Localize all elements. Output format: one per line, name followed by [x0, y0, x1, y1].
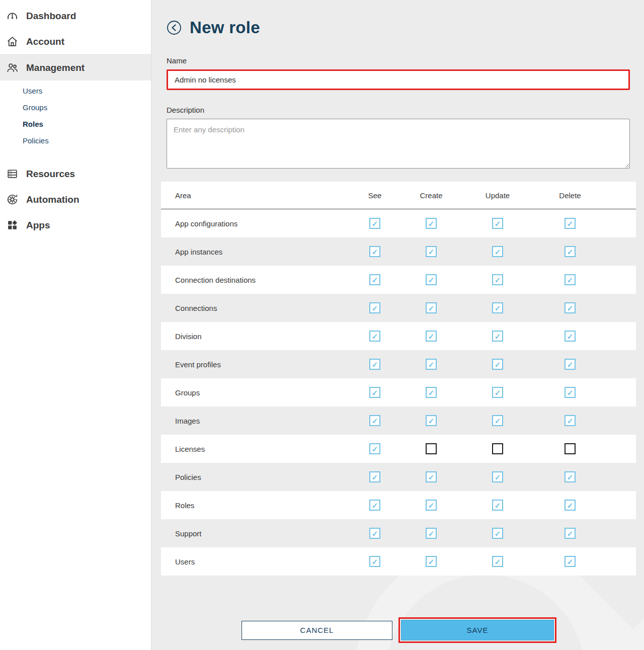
column-header-delete: Delete — [535, 191, 605, 200]
create-checkbox[interactable] — [426, 274, 437, 285]
create-checkbox[interactable] — [426, 246, 437, 257]
create-checkbox[interactable] — [426, 415, 437, 426]
sidebar-item-management[interactable]: Management — [0, 54, 151, 80]
sidebar: DashboardAccountManagementUsersGroupsRol… — [0, 0, 151, 650]
delete-checkbox[interactable] — [565, 387, 576, 398]
update-checkbox[interactable] — [492, 528, 503, 539]
table-row-support: Support — [161, 519, 636, 547]
create-checkbox[interactable] — [426, 387, 437, 398]
see-checkbox[interactable] — [369, 302, 380, 313]
see-checkbox[interactable] — [369, 415, 380, 426]
update-checkbox[interactable] — [492, 415, 503, 426]
see-checkbox[interactable] — [369, 556, 380, 567]
create-checkbox[interactable] — [426, 218, 437, 229]
column-header-area: Area — [175, 191, 347, 200]
create-cell — [403, 387, 460, 398]
update-checkbox[interactable] — [492, 471, 503, 482]
see-cell — [347, 359, 403, 370]
delete-checkbox[interactable] — [565, 359, 576, 370]
see-checkbox[interactable] — [369, 359, 380, 370]
see-cell — [347, 443, 403, 454]
delete-checkbox[interactable] — [565, 331, 576, 342]
see-checkbox[interactable] — [369, 387, 380, 398]
see-cell — [347, 331, 403, 342]
see-checkbox[interactable] — [369, 274, 380, 285]
update-checkbox[interactable] — [492, 359, 503, 370]
update-cell — [460, 274, 535, 285]
update-checkbox[interactable] — [492, 218, 503, 229]
update-cell — [460, 302, 535, 313]
create-checkbox[interactable] — [426, 443, 437, 454]
sidebar-item-label: Apps — [26, 220, 50, 231]
update-cell — [460, 471, 535, 482]
update-cell — [460, 387, 535, 398]
delete-cell — [535, 274, 605, 285]
create-cell — [403, 500, 460, 511]
see-checkbox[interactable] — [369, 500, 380, 511]
back-button[interactable] — [167, 20, 182, 35]
update-checkbox[interactable] — [492, 274, 503, 285]
see-checkbox[interactable] — [369, 471, 380, 482]
home-icon — [6, 35, 19, 48]
delete-checkbox[interactable] — [565, 471, 576, 482]
update-checkbox[interactable] — [492, 302, 503, 313]
delete-cell — [535, 500, 605, 511]
delete-checkbox[interactable] — [565, 218, 576, 229]
create-checkbox[interactable] — [426, 471, 437, 482]
delete-checkbox[interactable] — [565, 274, 576, 285]
table-header-row: Area See Create Update Delete — [161, 182, 636, 209]
subnav-item-users[interactable]: Users — [0, 83, 151, 99]
sidebar-item-dashboard[interactable]: Dashboard — [0, 3, 151, 29]
subnav-item-policies[interactable]: Policies — [0, 132, 151, 149]
update-checkbox[interactable] — [492, 443, 503, 454]
delete-checkbox[interactable] — [565, 302, 576, 313]
delete-checkbox[interactable] — [565, 246, 576, 257]
create-checkbox[interactable] — [426, 556, 437, 567]
see-checkbox[interactable] — [369, 331, 380, 342]
see-cell — [347, 471, 403, 482]
sidebar-item-label: Management — [26, 62, 85, 73]
create-checkbox[interactable] — [426, 528, 437, 539]
see-checkbox[interactable] — [369, 443, 380, 454]
table-row-connection-destinations: Connection destinations — [161, 266, 636, 294]
create-checkbox[interactable] — [426, 302, 437, 313]
main-content: New role Name Description Area See Creat… — [151, 0, 644, 650]
sidebar-item-account[interactable]: Account — [0, 29, 151, 54]
delete-cell — [535, 415, 605, 426]
subnav-item-roles[interactable]: Roles — [0, 116, 151, 132]
column-header-update: Update — [460, 191, 535, 200]
delete-checkbox[interactable] — [565, 443, 576, 454]
update-checkbox[interactable] — [492, 331, 503, 342]
create-checkbox[interactable] — [426, 359, 437, 370]
delete-cell — [535, 331, 605, 342]
see-checkbox[interactable] — [369, 528, 380, 539]
update-checkbox[interactable] — [492, 500, 503, 511]
update-checkbox[interactable] — [492, 246, 503, 257]
permissions-table: Area See Create Update Delete App config… — [161, 182, 636, 576]
cancel-button[interactable]: CANCEL — [242, 621, 392, 640]
name-input[interactable] — [167, 69, 630, 90]
description-input[interactable] — [167, 119, 630, 169]
see-checkbox[interactable] — [369, 218, 380, 229]
update-checkbox[interactable] — [492, 556, 503, 567]
delete-checkbox[interactable] — [565, 556, 576, 567]
create-checkbox[interactable] — [426, 500, 437, 511]
delete-cell — [535, 246, 605, 257]
delete-checkbox[interactable] — [565, 500, 576, 511]
description-label: Description — [167, 106, 644, 114]
sidebar-item-label: Account — [26, 36, 64, 47]
create-cell — [403, 331, 460, 342]
subnav-item-groups[interactable]: Groups — [0, 99, 151, 116]
delete-checkbox[interactable] — [565, 415, 576, 426]
update-cell — [460, 556, 535, 567]
sidebar-item-resources[interactable]: Resources — [0, 161, 151, 187]
update-checkbox[interactable] — [492, 387, 503, 398]
delete-checkbox[interactable] — [565, 528, 576, 539]
update-cell — [460, 218, 535, 229]
see-checkbox[interactable] — [369, 246, 380, 257]
save-button[interactable]: SAVE — [401, 620, 554, 640]
create-checkbox[interactable] — [426, 331, 437, 342]
sidebar-item-apps[interactable]: Apps — [0, 212, 151, 238]
sidebar-item-label: Resources — [26, 169, 75, 180]
sidebar-item-automation[interactable]: Automation — [0, 187, 151, 212]
